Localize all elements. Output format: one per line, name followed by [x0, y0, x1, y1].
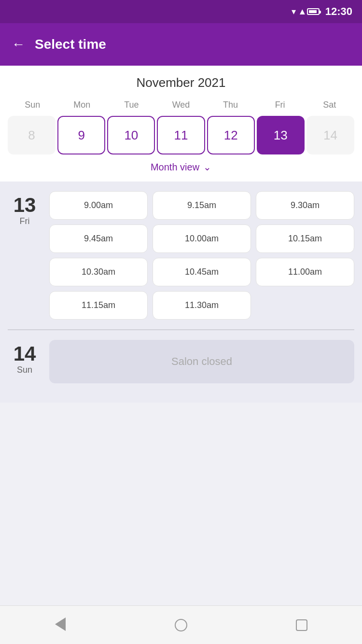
home-nav-icon — [175, 619, 187, 631]
date-cell-13[interactable]: 13 — [257, 116, 305, 154]
signal-icon — [299, 7, 304, 16]
weekday-sat: Sat — [305, 98, 354, 112]
day-name-13: Fri — [20, 216, 30, 226]
bottom-nav — [0, 605, 362, 644]
date-cell-9[interactable]: 9 — [57, 116, 105, 154]
weekday-mon: Mon — [57, 98, 107, 112]
battery-icon — [307, 8, 320, 15]
day-number-14: 14 — [14, 344, 36, 364]
slot-1115am[interactable]: 11.15am — [49, 291, 148, 320]
nav-back-button[interactable] — [46, 611, 75, 640]
slot-1030am[interactable]: 10.30am — [49, 258, 148, 286]
app-bar: ← Select time — [0, 23, 362, 66]
slot-900am[interactable]: 9.00am — [49, 191, 148, 220]
weekday-tue: Tue — [107, 98, 156, 112]
day-name-14: Sun — [17, 365, 32, 375]
weekday-wed: Wed — [156, 98, 206, 112]
recents-nav-icon — [296, 619, 307, 631]
back-nav-icon — [55, 617, 66, 632]
date-cell-10[interactable]: 10 — [107, 116, 155, 154]
calendar-section: November 2021 Sun Mon Tue Wed Thu Fri Sa… — [0, 66, 362, 182]
slot-1100am[interactable]: 11.00am — [256, 258, 354, 286]
month-view-toggle[interactable]: Month view ⌄ — [8, 154, 354, 176]
slots-grid-13: 9.00am 9.15am 9.30am 9.45am 10.00am 10.1… — [49, 191, 354, 320]
weekday-row: Sun Mon Tue Wed Thu Fri Sat — [8, 98, 354, 112]
status-icons: 12:30 — [292, 5, 352, 18]
status-time: 12:30 — [325, 5, 352, 18]
slot-915am[interactable]: 9.15am — [153, 191, 251, 220]
weekday-thu: Thu — [206, 98, 255, 112]
nav-home-button[interactable] — [167, 611, 195, 640]
nav-recents-button[interactable] — [287, 611, 316, 640]
date-cell-11[interactable]: 11 — [157, 116, 205, 154]
month-view-label: Month view — [151, 162, 199, 173]
slot-1000am[interactable]: 10.00am — [153, 224, 251, 253]
page-title: Select time — [35, 37, 106, 52]
day-block-14: 14 Sun Salon closed — [8, 340, 354, 383]
slot-1130am[interactable]: 11.30am — [153, 291, 251, 320]
date-row: 8 9 10 11 12 13 14 — [8, 116, 354, 154]
salon-closed-message: Salon closed — [49, 340, 354, 383]
weekday-sun: Sun — [8, 98, 57, 112]
wifi-icon — [292, 6, 296, 17]
time-slots-section: 13 Fri 9.00am 9.15am 9.30am 9.45am 10.00… — [0, 182, 362, 403]
slot-945am[interactable]: 9.45am — [49, 224, 148, 253]
weekday-fri: Fri — [255, 98, 305, 112]
month-year-label: November 2021 — [8, 75, 354, 90]
slot-1015am[interactable]: 10.15am — [256, 224, 354, 253]
chevron-down-icon: ⌄ — [203, 161, 211, 173]
slot-1045am[interactable]: 10.45am — [153, 258, 251, 286]
date-cell-14[interactable]: 14 — [306, 116, 354, 154]
back-button[interactable]: ← — [12, 38, 25, 51]
date-cell-8[interactable]: 8 — [8, 116, 56, 154]
day-block-13: 13 Fri 9.00am 9.15am 9.30am 9.45am 10.00… — [8, 191, 354, 320]
date-cell-12[interactable]: 12 — [207, 116, 255, 154]
day-number-13: 13 — [14, 195, 36, 215]
day-label-14: 14 Sun — [8, 340, 42, 383]
slot-930am[interactable]: 9.30am — [256, 191, 354, 220]
status-bar: 12:30 — [0, 0, 362, 23]
section-divider — [8, 329, 354, 330]
day-label-13: 13 Fri — [8, 191, 42, 320]
